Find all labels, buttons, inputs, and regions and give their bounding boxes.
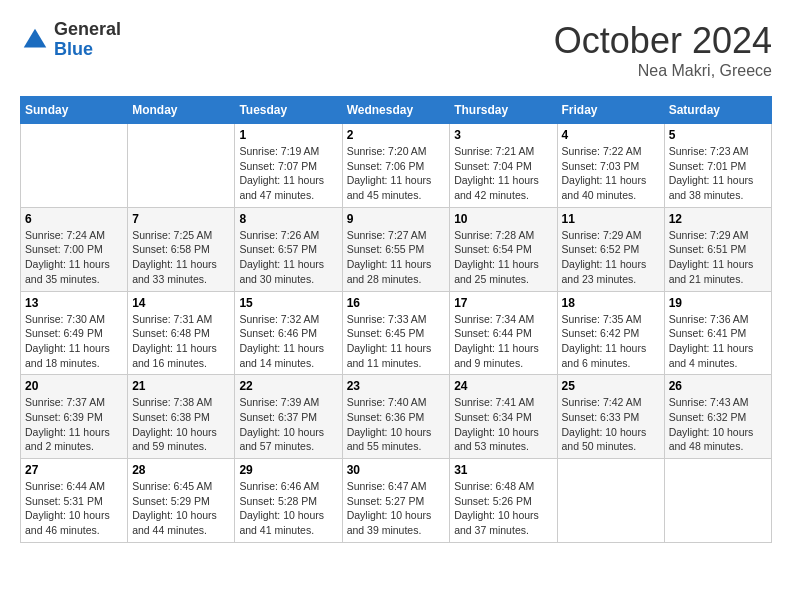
day-number: 31 (454, 463, 552, 477)
day-number: 6 (25, 212, 123, 226)
calendar-cell: 13 Sunrise: 7:30 AMSunset: 6:49 PMDaylig… (21, 291, 128, 375)
calendar-cell: 6 Sunrise: 7:24 AMSunset: 7:00 PMDayligh… (21, 207, 128, 291)
weekday-header-tuesday: Tuesday (235, 97, 342, 124)
day-number: 10 (454, 212, 552, 226)
day-info: Sunrise: 7:24 AMSunset: 7:00 PMDaylight:… (25, 229, 110, 285)
day-info: Sunrise: 7:26 AMSunset: 6:57 PMDaylight:… (239, 229, 324, 285)
calendar-cell: 3 Sunrise: 7:21 AMSunset: 7:04 PMDayligh… (450, 124, 557, 208)
calendar-cell: 25 Sunrise: 7:42 AMSunset: 6:33 PMDaylig… (557, 375, 664, 459)
day-number: 1 (239, 128, 337, 142)
day-number: 12 (669, 212, 767, 226)
calendar-cell: 21 Sunrise: 7:38 AMSunset: 6:38 PMDaylig… (128, 375, 235, 459)
day-number: 27 (25, 463, 123, 477)
calendar-cell: 10 Sunrise: 7:28 AMSunset: 6:54 PMDaylig… (450, 207, 557, 291)
calendar-cell: 19 Sunrise: 7:36 AMSunset: 6:41 PMDaylig… (664, 291, 771, 375)
day-number: 18 (562, 296, 660, 310)
day-number: 7 (132, 212, 230, 226)
calendar-cell: 9 Sunrise: 7:27 AMSunset: 6:55 PMDayligh… (342, 207, 450, 291)
day-info: Sunrise: 7:36 AMSunset: 6:41 PMDaylight:… (669, 313, 754, 369)
day-number: 21 (132, 379, 230, 393)
day-number: 9 (347, 212, 446, 226)
calendar-cell: 27 Sunrise: 6:44 AMSunset: 5:31 PMDaylig… (21, 459, 128, 543)
calendar-cell (21, 124, 128, 208)
calendar-cell: 26 Sunrise: 7:43 AMSunset: 6:32 PMDaylig… (664, 375, 771, 459)
calendar-cell: 7 Sunrise: 7:25 AMSunset: 6:58 PMDayligh… (128, 207, 235, 291)
day-info: Sunrise: 7:31 AMSunset: 6:48 PMDaylight:… (132, 313, 217, 369)
calendar-cell: 12 Sunrise: 7:29 AMSunset: 6:51 PMDaylig… (664, 207, 771, 291)
day-info: Sunrise: 7:41 AMSunset: 6:34 PMDaylight:… (454, 396, 539, 452)
day-info: Sunrise: 7:32 AMSunset: 6:46 PMDaylight:… (239, 313, 324, 369)
weekday-header-saturday: Saturday (664, 97, 771, 124)
logo-blue-text: Blue (54, 40, 121, 60)
calendar-cell: 8 Sunrise: 7:26 AMSunset: 6:57 PMDayligh… (235, 207, 342, 291)
day-number: 8 (239, 212, 337, 226)
day-info: Sunrise: 7:40 AMSunset: 6:36 PMDaylight:… (347, 396, 432, 452)
day-info: Sunrise: 6:45 AMSunset: 5:29 PMDaylight:… (132, 480, 217, 536)
day-number: 17 (454, 296, 552, 310)
calendar-cell (128, 124, 235, 208)
day-info: Sunrise: 7:29 AMSunset: 6:51 PMDaylight:… (669, 229, 754, 285)
day-info: Sunrise: 7:33 AMSunset: 6:45 PMDaylight:… (347, 313, 432, 369)
calendar-cell: 18 Sunrise: 7:35 AMSunset: 6:42 PMDaylig… (557, 291, 664, 375)
calendar-cell (557, 459, 664, 543)
day-info: Sunrise: 7:30 AMSunset: 6:49 PMDaylight:… (25, 313, 110, 369)
day-number: 4 (562, 128, 660, 142)
calendar-cell: 2 Sunrise: 7:20 AMSunset: 7:06 PMDayligh… (342, 124, 450, 208)
day-info: Sunrise: 7:27 AMSunset: 6:55 PMDaylight:… (347, 229, 432, 285)
calendar-cell: 28 Sunrise: 6:45 AMSunset: 5:29 PMDaylig… (128, 459, 235, 543)
day-number: 15 (239, 296, 337, 310)
calendar-week-4: 20 Sunrise: 7:37 AMSunset: 6:39 PMDaylig… (21, 375, 772, 459)
day-info: Sunrise: 7:22 AMSunset: 7:03 PMDaylight:… (562, 145, 647, 201)
calendar-cell: 4 Sunrise: 7:22 AMSunset: 7:03 PMDayligh… (557, 124, 664, 208)
day-info: Sunrise: 7:23 AMSunset: 7:01 PMDaylight:… (669, 145, 754, 201)
day-info: Sunrise: 7:20 AMSunset: 7:06 PMDaylight:… (347, 145, 432, 201)
page-header: General Blue October 2024 Nea Makri, Gre… (20, 20, 772, 80)
day-number: 23 (347, 379, 446, 393)
day-number: 11 (562, 212, 660, 226)
day-info: Sunrise: 6:47 AMSunset: 5:27 PMDaylight:… (347, 480, 432, 536)
calendar-table: SundayMondayTuesdayWednesdayThursdayFrid… (20, 96, 772, 543)
month-title: October 2024 (554, 20, 772, 62)
day-info: Sunrise: 7:38 AMSunset: 6:38 PMDaylight:… (132, 396, 217, 452)
calendar-cell: 23 Sunrise: 7:40 AMSunset: 6:36 PMDaylig… (342, 375, 450, 459)
svg-marker-0 (24, 29, 47, 48)
day-number: 5 (669, 128, 767, 142)
calendar-cell: 1 Sunrise: 7:19 AMSunset: 7:07 PMDayligh… (235, 124, 342, 208)
calendar-cell: 20 Sunrise: 7:37 AMSunset: 6:39 PMDaylig… (21, 375, 128, 459)
day-info: Sunrise: 7:21 AMSunset: 7:04 PMDaylight:… (454, 145, 539, 201)
calendar-cell: 22 Sunrise: 7:39 AMSunset: 6:37 PMDaylig… (235, 375, 342, 459)
logo-general-text: General (54, 20, 121, 40)
weekday-header-sunday: Sunday (21, 97, 128, 124)
day-number: 25 (562, 379, 660, 393)
day-info: Sunrise: 7:35 AMSunset: 6:42 PMDaylight:… (562, 313, 647, 369)
weekday-header-thursday: Thursday (450, 97, 557, 124)
day-info: Sunrise: 6:44 AMSunset: 5:31 PMDaylight:… (25, 480, 110, 536)
day-number: 19 (669, 296, 767, 310)
day-number: 3 (454, 128, 552, 142)
day-number: 29 (239, 463, 337, 477)
day-info: Sunrise: 7:37 AMSunset: 6:39 PMDaylight:… (25, 396, 110, 452)
day-number: 26 (669, 379, 767, 393)
day-number: 2 (347, 128, 446, 142)
logo-icon (20, 25, 50, 55)
calendar-cell: 14 Sunrise: 7:31 AMSunset: 6:48 PMDaylig… (128, 291, 235, 375)
day-info: Sunrise: 7:42 AMSunset: 6:33 PMDaylight:… (562, 396, 647, 452)
weekday-header-row: SundayMondayTuesdayWednesdayThursdayFrid… (21, 97, 772, 124)
day-number: 30 (347, 463, 446, 477)
day-number: 28 (132, 463, 230, 477)
calendar-cell: 16 Sunrise: 7:33 AMSunset: 6:45 PMDaylig… (342, 291, 450, 375)
calendar-week-1: 1 Sunrise: 7:19 AMSunset: 7:07 PMDayligh… (21, 124, 772, 208)
day-info: Sunrise: 6:46 AMSunset: 5:28 PMDaylight:… (239, 480, 324, 536)
weekday-header-friday: Friday (557, 97, 664, 124)
day-info: Sunrise: 7:19 AMSunset: 7:07 PMDaylight:… (239, 145, 324, 201)
calendar-cell: 11 Sunrise: 7:29 AMSunset: 6:52 PMDaylig… (557, 207, 664, 291)
title-block: October 2024 Nea Makri, Greece (554, 20, 772, 80)
day-info: Sunrise: 7:39 AMSunset: 6:37 PMDaylight:… (239, 396, 324, 452)
day-info: Sunrise: 7:43 AMSunset: 6:32 PMDaylight:… (669, 396, 754, 452)
calendar-cell (664, 459, 771, 543)
calendar-cell: 29 Sunrise: 6:46 AMSunset: 5:28 PMDaylig… (235, 459, 342, 543)
location: Nea Makri, Greece (554, 62, 772, 80)
calendar-week-2: 6 Sunrise: 7:24 AMSunset: 7:00 PMDayligh… (21, 207, 772, 291)
day-info: Sunrise: 7:34 AMSunset: 6:44 PMDaylight:… (454, 313, 539, 369)
calendar-cell: 15 Sunrise: 7:32 AMSunset: 6:46 PMDaylig… (235, 291, 342, 375)
